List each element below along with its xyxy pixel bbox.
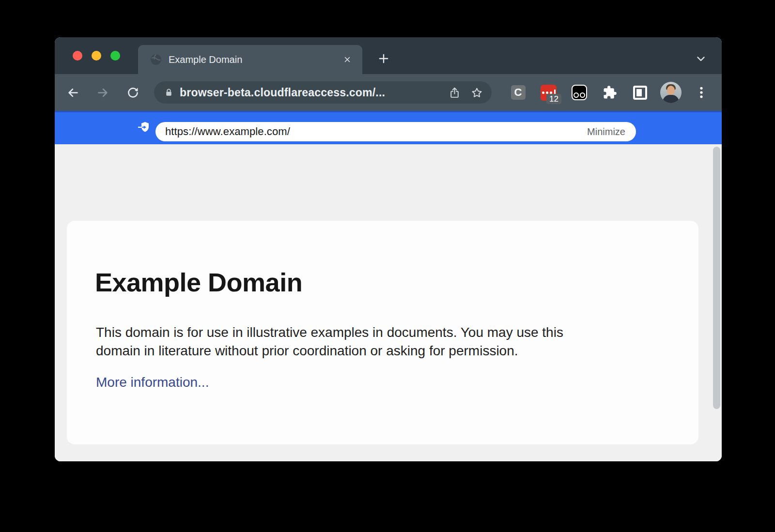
page-viewport: Example Domain This domain is for use in… bbox=[55, 144, 722, 461]
content-card: Example Domain This domain is for use in… bbox=[67, 221, 698, 444]
address-bar-url: browser-beta.cloudflareaccess.com/... bbox=[180, 86, 447, 99]
shield-arrow-icon bbox=[138, 121, 151, 134]
avatar bbox=[660, 82, 682, 103]
kebab-menu-icon bbox=[694, 85, 709, 100]
arrow-left-icon bbox=[66, 86, 79, 99]
isolation-url-text: https://www.example.com/ bbox=[165, 125, 587, 138]
page-paragraph: This domain is for use in illustrative e… bbox=[96, 323, 563, 360]
globe-icon bbox=[150, 53, 162, 66]
new-tab-button[interactable] bbox=[375, 50, 392, 67]
goggles-extension-icon bbox=[572, 85, 587, 100]
tab-title: Example Domain bbox=[169, 54, 341, 65]
extension-row: C 12 bbox=[503, 74, 716, 111]
reload-icon bbox=[126, 86, 140, 99]
scrollbar-thumb[interactable] bbox=[713, 147, 720, 409]
close-window-button[interactable] bbox=[73, 51, 82, 61]
extension-password-button[interactable]: 12 bbox=[533, 74, 564, 111]
arrow-right-icon bbox=[96, 86, 109, 99]
browser-menu-button[interactable] bbox=[686, 74, 716, 111]
share-button[interactable] bbox=[447, 85, 462, 100]
side-panel-icon bbox=[633, 86, 647, 100]
bookmark-button[interactable] bbox=[469, 85, 484, 100]
tab-search-button[interactable] bbox=[693, 51, 709, 66]
extension-goggles-button[interactable] bbox=[564, 74, 594, 111]
window-controls bbox=[73, 51, 120, 61]
tab-example-domain[interactable]: Example Domain bbox=[138, 45, 362, 74]
extension-badge: 12 bbox=[546, 94, 561, 104]
zoom-window-button[interactable] bbox=[110, 51, 120, 61]
isolation-banner: https://www.example.com/ Minimize bbox=[55, 111, 722, 144]
share-icon bbox=[449, 87, 461, 99]
more-information-link[interactable]: More information... bbox=[96, 375, 209, 390]
browser-window: Example Domain browser-beta.clo bbox=[55, 37, 722, 461]
extensions-menu-button[interactable] bbox=[594, 74, 625, 111]
puzzle-icon bbox=[603, 85, 617, 100]
tab-strip: Example Domain bbox=[55, 37, 722, 74]
c-extension-icon: C bbox=[511, 85, 526, 100]
reload-button[interactable] bbox=[124, 84, 141, 101]
paragraph-line: This domain is for use in illustrative e… bbox=[96, 323, 563, 342]
red-dots-extension-icon: 12 bbox=[541, 85, 557, 101]
plus-icon bbox=[377, 52, 390, 65]
extension-c-button[interactable]: C bbox=[503, 74, 533, 111]
browser-toolbar: browser-beta.cloudflareaccess.com/... C … bbox=[55, 74, 722, 111]
forward-button[interactable] bbox=[94, 84, 111, 101]
lock-icon bbox=[164, 88, 174, 98]
paragraph-line: domain in literature without prior coord… bbox=[96, 342, 563, 360]
page-title: Example Domain bbox=[95, 267, 302, 297]
isolation-url-bar[interactable]: https://www.example.com/ Minimize bbox=[155, 122, 636, 141]
address-bar[interactable]: browser-beta.cloudflareaccess.com/... bbox=[154, 81, 492, 104]
minimize-banner-button[interactable]: Minimize bbox=[587, 126, 625, 137]
close-tab-icon[interactable] bbox=[341, 53, 354, 66]
chevron-down-icon bbox=[695, 52, 707, 65]
profile-button[interactable] bbox=[655, 74, 686, 111]
minimize-window-button[interactable] bbox=[92, 51, 101, 61]
star-icon bbox=[471, 87, 483, 99]
back-button[interactable] bbox=[64, 84, 81, 101]
side-panel-button[interactable] bbox=[625, 74, 655, 111]
